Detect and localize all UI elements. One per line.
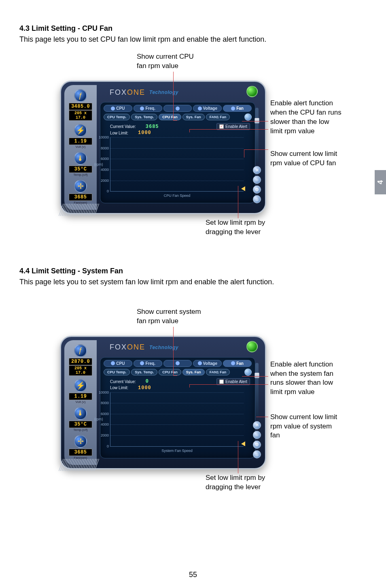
tabs-sub: CPU Temp. Sys. Temp. CPU Fan Sys. Fan FA… — [100, 368, 255, 377]
leader-line — [242, 376, 268, 377]
decorative-grain — [59, 459, 100, 471]
callout-line: limit rpm value — [270, 388, 375, 397]
callout-line: dragging the lever — [206, 228, 265, 237]
callout-line: Show current low limit — [270, 149, 375, 159]
tab-label: Fan — [236, 361, 244, 366]
figure-4-3: Show current CPU fan rpm value ƒ 3485.0 … — [19, 52, 367, 251]
leader-line — [173, 375, 177, 376]
ytick: 2000 — [94, 179, 109, 183]
tab-freq[interactable]: Freq. — [134, 105, 162, 112]
freq-dot-icon — [140, 361, 144, 365]
settings-button[interactable]: ⚙ — [253, 185, 261, 194]
info-button[interactable] — [244, 113, 252, 121]
slider-track[interactable] — [255, 108, 259, 163]
tab-cpu[interactable]: CPU — [104, 360, 132, 367]
home-button[interactable]: ⌂ — [253, 195, 261, 203]
label-current: Current Value: — [110, 379, 136, 384]
y-axis-label: (rpm) — [94, 162, 103, 166]
sidebar-item-freq[interactable]: ƒ 2870.0 205 x 17.0 — [69, 344, 92, 376]
sidebar-item-fan[interactable]: ✢ 3685 Fan(rpm) — [69, 180, 92, 205]
leader-line — [238, 186, 238, 218]
brand-fox: FOX — [110, 343, 127, 352]
close-button[interactable] — [246, 341, 258, 352]
value-current: 3685 — [146, 124, 159, 130]
subtab-sysfan[interactable]: Sys. Fan — [182, 369, 205, 375]
callout-line: fan rpm value — [137, 62, 194, 71]
cancel-button[interactable]: ✕ — [253, 166, 261, 174]
freq-value: 3485.0 — [69, 103, 92, 110]
subtab-systemp[interactable]: Sys. Temp. — [131, 114, 157, 120]
tabs-category: CPU Freq. Voltage Fan — [100, 358, 255, 368]
subtab-fan1[interactable]: FAN1 Fan — [206, 369, 230, 375]
freq-sub: 205 x 17.0 — [69, 365, 92, 376]
sidebar-item-temp[interactable]: 🌡 35°C Temp.(c/f) — [69, 152, 92, 177]
brand-tagline: Technology — [149, 345, 178, 350]
tab-limit[interactable] — [163, 360, 192, 367]
slider-track[interactable] — [255, 363, 259, 418]
callout-line: when the CPU fan runs — [270, 108, 375, 117]
callout-line: dragging the lever — [206, 483, 265, 492]
callout-enable-alert: Enable alert function when the CPU fan r… — [270, 99, 375, 136]
x-axis-label: System Fan Speed — [110, 449, 244, 453]
thermo-icon: 🌡 — [74, 152, 87, 165]
subtab-systemp[interactable]: Sys. Temp. — [131, 369, 157, 375]
cpu-icon — [111, 107, 115, 111]
cancel-button[interactable]: ✕ — [253, 421, 261, 429]
tab-limit[interactable] — [163, 105, 192, 112]
fan-dot-icon — [231, 361, 235, 365]
thermo-icon: 🌡 — [74, 407, 87, 420]
subtab-fan1[interactable]: FAN1 Fan — [206, 114, 230, 120]
volt-value: 1.19 — [69, 138, 92, 145]
tab-voltage[interactable]: Voltage — [193, 360, 222, 367]
sidebar: ƒ 2870.0 205 x 17.0 ⚡ 1.19 Volt (v) 🌡 35… — [64, 340, 97, 465]
lever-handle[interactable] — [241, 186, 245, 191]
sidebar-item-fan[interactable]: ✢ 3685 Fan(rpm) — [69, 435, 92, 460]
tabs-category: CPU Freq. Voltage Fan — [100, 102, 255, 113]
tab-freq[interactable]: Freq. — [134, 360, 162, 367]
freq-value: 2870.0 — [69, 358, 92, 365]
chapter-tab: 4 — [375, 170, 386, 194]
ytick: 2000 — [94, 433, 109, 437]
callout-lever: Set low limit rpm by dragging the lever — [206, 473, 265, 492]
subtab-cputemp[interactable]: CPU Temp. — [104, 369, 130, 375]
slider-thumb[interactable] — [255, 118, 259, 124]
ytick: 0 — [94, 444, 109, 448]
tab-voltage[interactable]: Voltage — [193, 105, 222, 112]
settings-button[interactable]: ⚙ — [253, 441, 261, 449]
callout-top: Show current system fan rpm value — [137, 307, 201, 326]
sidebar-item-freq[interactable]: ƒ 3485.0 205 x 17.0 — [69, 89, 92, 121]
figure-4-4: Show current system fan rpm value ƒ 2870… — [19, 295, 367, 506]
tab-cpu[interactable]: CPU — [104, 105, 132, 112]
subtab-sysfan[interactable]: Sys. Fan — [182, 114, 205, 120]
value-lowlimit: 1000 — [138, 385, 151, 391]
sidebar-item-temp[interactable]: 🌡 35°C Temp.(c/f) — [69, 407, 92, 432]
sidebar-item-volt[interactable]: ⚡ 1.19 Volt (v) — [69, 379, 92, 404]
sidebar-item-volt[interactable]: ⚡ 1.19 Volt (v) — [69, 124, 92, 149]
label-current: Current Value: — [110, 124, 136, 129]
ytick: 0 — [94, 189, 109, 193]
ytick: 10000 — [94, 135, 109, 139]
info-button[interactable] — [244, 369, 252, 376]
home-button[interactable]: ⌂ — [253, 450, 261, 458]
subtab-cpufan[interactable]: CPU Fan — [159, 114, 181, 120]
lever-handle[interactable] — [241, 441, 245, 446]
value-lowlimit: 1000 — [138, 130, 151, 136]
tab-fan[interactable]: Fan — [223, 360, 252, 367]
minus-button[interactable]: − — [253, 176, 261, 184]
close-button[interactable] — [246, 86, 258, 97]
leader-line — [189, 384, 268, 385]
fan-value: 3685 — [69, 194, 92, 201]
callout-top: Show current CPU fan rpm value — [137, 52, 194, 71]
temp-value: 35°C — [69, 166, 92, 173]
minus-button[interactable]: − — [253, 431, 261, 439]
subtab-cputemp[interactable]: CPU Temp. — [104, 114, 130, 120]
callout-lever: Set low limit rpm by dragging the lever — [206, 218, 265, 237]
freq-sub: 205 x 17.0 — [69, 110, 92, 121]
subtab-cpufan[interactable]: CPU Fan — [159, 369, 181, 375]
freq-icon: ƒ — [74, 344, 87, 357]
section-description: This page lets you to set system fan low… — [19, 277, 367, 287]
tab-fan[interactable]: Fan — [223, 105, 252, 112]
slider-thumb[interactable] — [255, 373, 259, 378]
temp-label: Temp.(c/f) — [69, 428, 92, 432]
chart: 10000 8000 6000 (rpm) 4000 2000 0 CPU Fa… — [110, 137, 244, 192]
